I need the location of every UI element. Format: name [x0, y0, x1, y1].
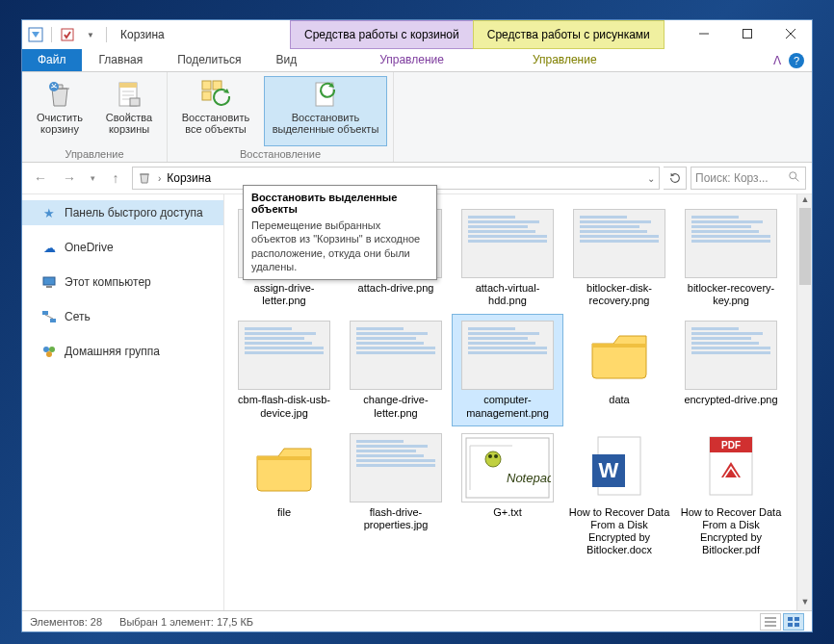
- file-label: change-drive-letter.png: [345, 394, 447, 419]
- file-item[interactable]: computer-management.png: [452, 314, 563, 425]
- restore-selected-button[interactable]: Восстановить выделенные объекты: [264, 76, 387, 146]
- search-input[interactable]: Поиск: Корз...: [691, 167, 806, 190]
- file-item[interactable]: cbm-flash-disk-usb-device.jpg: [228, 314, 340, 425]
- empty-recycle-button[interactable]: Очистить корзину: [28, 76, 91, 146]
- navigation-pane: ★ Панель быстрого доступа ☁ OneDrive Это…: [22, 194, 224, 610]
- svg-rect-15: [202, 91, 211, 100]
- svg-rect-3: [743, 30, 751, 39]
- star-icon: ★: [41, 205, 57, 220]
- view-icons-button[interactable]: [783, 613, 804, 631]
- svg-point-20: [790, 171, 796, 178]
- file-label: flash-drive-properties.jpg: [345, 506, 447, 531]
- file-label: bitlocker-disk-recovery.png: [568, 282, 670, 307]
- ribbon-group-manage: Очистить корзину Свойства корзины Управл…: [22, 72, 168, 162]
- file-item[interactable]: data: [563, 314, 675, 425]
- svg-rect-23: [46, 286, 52, 288]
- nav-network[interactable]: Сеть: [22, 304, 223, 329]
- nav-homegroup[interactable]: Домашняя группа: [22, 339, 223, 364]
- file-item[interactable]: encrypted-drive.png: [675, 314, 787, 425]
- svg-point-29: [46, 351, 52, 357]
- svg-point-33: [494, 454, 498, 458]
- search-placeholder: Поиск: Корз...: [695, 171, 769, 185]
- svg-rect-48: [788, 623, 793, 627]
- tooltip-title: Восстановить выделенные объекты: [251, 192, 429, 215]
- properties-icon[interactable]: [58, 25, 77, 44]
- tab-view[interactable]: Вид: [258, 49, 314, 71]
- maximize-button[interactable]: [725, 20, 769, 47]
- file-item[interactable]: flash-drive-properties.jpg: [340, 426, 452, 564]
- file-label: bitlocker-recovery-key.png: [680, 282, 782, 307]
- address-dropdown-icon[interactable]: ⌄: [647, 173, 655, 184]
- explorer-window: ▼ Корзина Средства работы с корзиной Сре…: [21, 19, 813, 632]
- restore-all-button[interactable]: Восстановить все объекты: [173, 76, 258, 146]
- file-label: cbm-flash-disk-usb-device.jpg: [233, 394, 335, 419]
- file-label: How to Recover Data From a Disk Encrypte…: [680, 506, 782, 557]
- vertical-scrollbar[interactable]: ▲ ▼: [796, 194, 812, 610]
- computer-icon: [41, 274, 57, 290]
- svg-rect-12: [130, 98, 140, 106]
- titlebar: ▼ Корзина Средства работы с корзиной Сре…: [22, 20, 812, 49]
- svg-rect-13: [202, 81, 211, 90]
- qat-dropdown-icon[interactable]: ▼: [81, 25, 100, 44]
- refresh-button[interactable]: [664, 167, 687, 190]
- svg-text:Notepad++: Notepad++: [507, 471, 551, 485]
- tooltip: Восстановить выделенные объекты Перемеще…: [243, 185, 437, 280]
- help-icon[interactable]: ?: [789, 53, 804, 68]
- recycle-bin-icon[interactable]: [26, 25, 45, 44]
- svg-point-28: [49, 347, 55, 352]
- restore-selected-icon: [310, 79, 341, 110]
- homegroup-icon: [41, 344, 57, 359]
- view-details-button[interactable]: [760, 613, 781, 631]
- svg-line-26: [45, 315, 53, 319]
- cloud-icon: ☁: [41, 240, 57, 255]
- file-item[interactable]: file: [228, 426, 340, 564]
- svg-text:PDF: PDF: [721, 440, 741, 451]
- tab-manage-recycle[interactable]: Управление: [337, 49, 486, 71]
- context-tab-recycle[interactable]: Средства работы с корзиной: [290, 20, 474, 49]
- nav-thispc[interactable]: Этот компьютер: [22, 270, 223, 295]
- tab-file[interactable]: Файл: [22, 49, 82, 71]
- svg-rect-24: [42, 311, 48, 315]
- svg-rect-46: [788, 617, 793, 621]
- file-label: How to Recover Data From a Disk Encrypte…: [568, 506, 670, 557]
- file-item[interactable]: bitlocker-disk-recovery.png: [563, 202, 675, 314]
- status-count: Элементов: 28: [30, 616, 102, 628]
- file-label: attach-drive.png: [358, 282, 434, 295]
- minimize-button[interactable]: [682, 20, 725, 47]
- context-tab-pictures[interactable]: Средства работы с рисунками: [473, 20, 665, 49]
- file-label: data: [609, 394, 629, 406]
- file-item[interactable]: attach-virtual-hdd.png: [452, 202, 563, 314]
- back-button[interactable]: ←: [28, 166, 53, 191]
- tooltip-body: Перемещение выбранных объектов из "Корзи…: [251, 219, 429, 273]
- tab-manage-pictures[interactable]: Управление: [486, 49, 643, 71]
- recent-dropdown[interactable]: ▾: [86, 166, 99, 191]
- file-item[interactable]: WHow to Recover Data From a Disk Encrypt…: [563, 426, 675, 564]
- tab-home[interactable]: Главная: [82, 49, 161, 71]
- recycle-properties-button[interactable]: Свойства корзины: [97, 76, 161, 146]
- file-label: encrypted-drive.png: [684, 394, 777, 406]
- nav-onedrive[interactable]: ☁ OneDrive: [22, 235, 223, 260]
- file-label: attach-virtual-hdd.png: [456, 282, 559, 307]
- close-button[interactable]: [769, 20, 812, 47]
- file-label: G+.txt: [493, 506, 522, 519]
- tab-share[interactable]: Поделиться: [160, 49, 258, 71]
- properties-sheet-icon: [114, 79, 144, 110]
- svg-point-32: [488, 454, 492, 458]
- scrollbar-thumb[interactable]: [799, 208, 811, 285]
- ribbon-tabstrip: Файл Главная Поделиться Вид Управление У…: [22, 49, 812, 72]
- recycle-bin-small-icon: [137, 169, 152, 188]
- file-item[interactable]: bitlocker-recovery-key.png: [675, 202, 787, 314]
- file-label: assign-drive-letter.png: [233, 282, 335, 307]
- forward-button[interactable]: →: [57, 166, 82, 191]
- file-item[interactable]: PDFHow to Recover Data From a Disk Encry…: [675, 426, 787, 564]
- collapse-ribbon-icon[interactable]: ᐱ: [773, 54, 781, 67]
- file-item[interactable]: Notepad++G+.txt: [452, 426, 563, 564]
- nav-quick-access[interactable]: ★ Панель быстрого доступа: [22, 200, 223, 225]
- file-item[interactable]: change-drive-letter.png: [340, 314, 452, 425]
- svg-point-31: [485, 451, 501, 467]
- recycle-empty-icon: [44, 79, 75, 110]
- ribbon-group-restore: Восстановить все объекты Восстановить вы…: [168, 72, 394, 162]
- svg-text:W: W: [599, 458, 619, 482]
- up-button[interactable]: ↑: [103, 166, 128, 191]
- window-title: Корзина: [120, 28, 165, 41]
